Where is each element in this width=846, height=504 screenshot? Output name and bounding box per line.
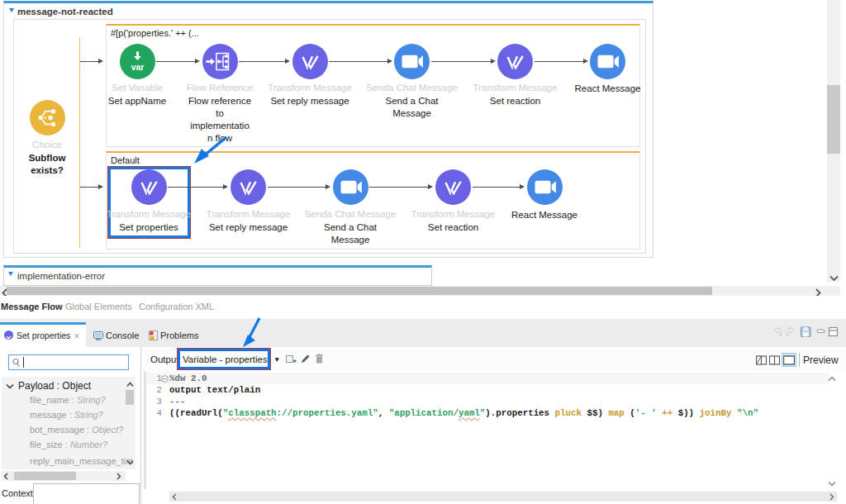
svg-text:var: var	[131, 62, 144, 72]
